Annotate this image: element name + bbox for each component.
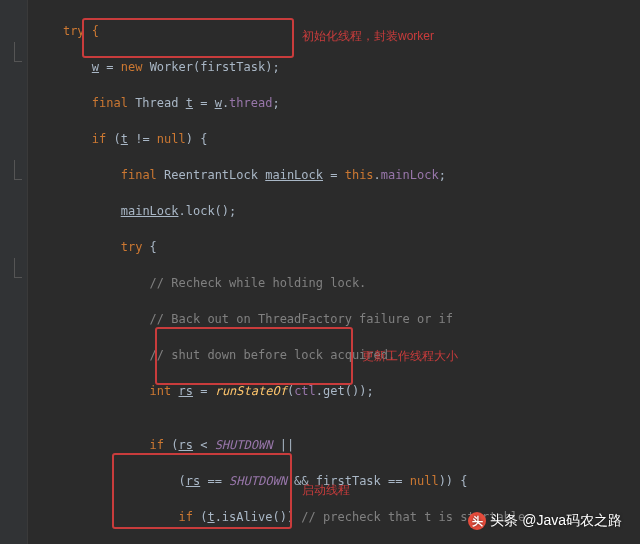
watermark-text: 头条 @Java码农之路 [490,512,622,530]
code-editor[interactable]: try { w = new Worker(firstTask); final T… [28,0,640,544]
annotation-start: 启动线程 [302,482,350,499]
code-line: final Thread t = w.thread; [34,94,640,112]
watermark: 头 头条 @Java码农之路 [468,512,622,530]
code-line: if (t != null) { [34,130,640,148]
code-line: // Back out on ThreadFactory failure or … [34,310,640,328]
watermark-icon: 头 [468,512,486,530]
line-gutter [0,0,28,544]
code-line: // Recheck while holding lock. [34,274,640,292]
code-line: mainLock.lock(); [34,202,640,220]
code-line: w = new Worker(firstTask); [34,58,640,76]
annotation-update: 更新工作线程大小 [362,348,458,365]
code-line: if (rs < SHUTDOWN || [34,436,640,454]
code-line: int rs = runStateOf(ctl.get()); [34,382,640,400]
annotation-init: 初始化线程，封装worker [302,28,434,45]
code-line: // shut down before lock acquired. [34,346,640,364]
code-line: try { [34,238,640,256]
code-line: final ReentrantLock mainLock = this.main… [34,166,640,184]
